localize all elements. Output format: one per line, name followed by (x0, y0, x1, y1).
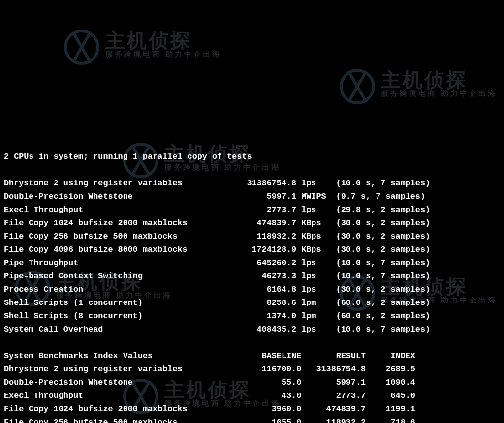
watermark-icon: 主机侦探服务跨境电商 助力中企出海 (64, 30, 221, 65)
watermark-icon: 主机侦探服务跨境电商 助力中企出海 (340, 69, 497, 104)
terminal-output: 2 CPUs in system; running 1 parallel cop… (4, 150, 504, 423)
